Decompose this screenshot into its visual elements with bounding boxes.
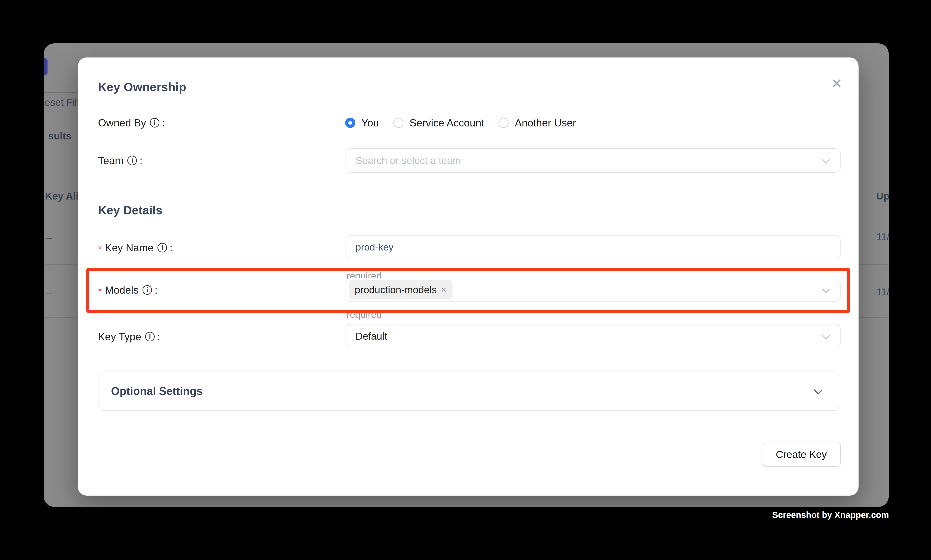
table-cell-alias: – [46, 231, 52, 243]
owned-by-radio-group: You Service Account Another User [345, 116, 576, 129]
optional-settings-toggle[interactable]: Optional Settings [98, 372, 840, 411]
required-asterisk: * [98, 243, 102, 255]
screenshot-canvas: eset Filt sults Key Alia Up – 11/ – 11/ … [0, 0, 931, 560]
key-name-input[interactable] [355, 235, 816, 259]
create-key-button-fragment [44, 58, 48, 75]
create-key-button[interactable]: Create Key [762, 442, 841, 467]
info-icon[interactable]: i [127, 156, 137, 165]
key-details-heading: Key Details [98, 203, 163, 217]
info-icon[interactable]: i [157, 243, 167, 252]
radio-label: Another User [515, 117, 576, 129]
chevron-down-icon [822, 156, 830, 164]
radio-selected-icon[interactable] [345, 118, 355, 128]
radio-label: Service Account [409, 117, 484, 129]
table-cell-updated: 11/ [876, 286, 889, 298]
reset-filters-label-fragment: eset Filt [45, 97, 80, 108]
key-type-value: Default [355, 330, 387, 342]
owned-by-label: Owned By i : [98, 116, 165, 129]
modal-title: Key Ownership [98, 80, 186, 94]
info-icon[interactable]: i [150, 118, 159, 128]
radio-option-you[interactable]: You [345, 117, 379, 129]
table-cell-updated: 11/ [876, 231, 889, 243]
radio-label: You [362, 117, 379, 129]
radio-unselected-icon[interactable] [393, 118, 403, 128]
team-select-placeholder: Search or select a team [355, 155, 461, 166]
info-icon[interactable]: i [145, 332, 155, 342]
watermark-text: Screenshot by Xnapper.com [772, 510, 889, 520]
key-name-field [346, 235, 840, 259]
table-header-updated: Up [876, 190, 889, 202]
radio-option-another-user[interactable]: Another User [499, 117, 576, 129]
close-icon[interactable]: ✕ [826, 73, 847, 94]
annotation-highlight-rectangle [86, 268, 850, 313]
table-cell-alias: – [46, 286, 52, 298]
team-label: Team i : [98, 154, 143, 167]
key-name-label: * Key Name i : [98, 241, 172, 254]
key-type-select[interactable]: Default [346, 324, 840, 348]
team-select[interactable]: Search or select a team [346, 148, 840, 172]
key-type-label: Key Type i : [98, 330, 160, 343]
chevron-down-icon [814, 385, 823, 394]
radio-option-service-account[interactable]: Service Account [393, 117, 484, 129]
chevron-down-icon [822, 332, 830, 340]
radio-unselected-icon[interactable] [499, 118, 509, 128]
results-count-fragment: sults [48, 130, 71, 142]
optional-settings-title: Optional Settings [111, 385, 203, 398]
